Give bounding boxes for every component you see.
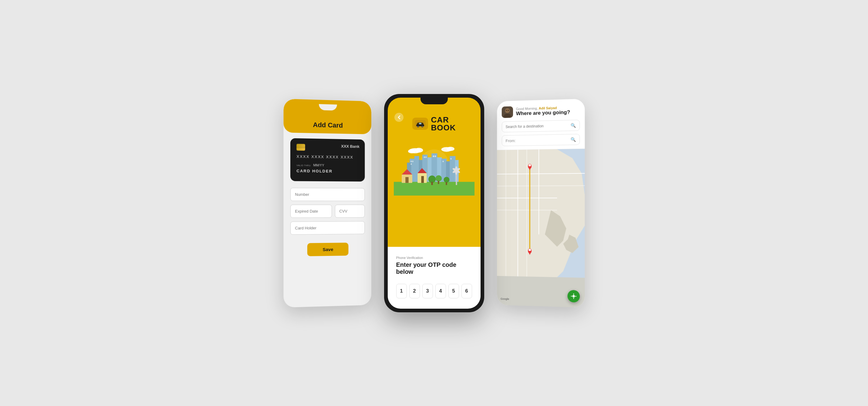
- svg-point-36: [428, 175, 435, 182]
- card-validity: VALID THRU MM/YY: [297, 162, 359, 168]
- svg-point-3: [417, 126, 418, 127]
- otp-digit-3[interactable]: 3: [422, 284, 433, 298]
- carbook-text: CAR BOOK: [431, 116, 456, 132]
- bank-name: XXX Bank: [341, 144, 359, 148]
- svg-rect-23: [424, 157, 425, 158]
- add-card-body: XXX Bank XXXX XXXX XXXX XXXX VALID THRU …: [283, 133, 371, 265]
- city-illustration: [394, 139, 474, 200]
- svg-rect-25: [433, 155, 434, 157]
- svg-point-50: [446, 147, 454, 151]
- svg-point-38: [435, 175, 442, 181]
- svg-rect-21: [412, 161, 413, 162]
- otp-digit-1[interactable]: 1: [396, 284, 407, 298]
- card-header: Add Card: [283, 99, 371, 134]
- valid-date: MM/YY: [313, 163, 324, 167]
- avatar: [501, 106, 513, 118]
- card-chip: [297, 144, 305, 151]
- card-holder-display: CARD HOLDER: [297, 168, 359, 173]
- number-input[interactable]: [290, 188, 364, 201]
- svg-rect-22: [410, 163, 411, 164]
- from-search-icon: 🔍: [570, 137, 576, 142]
- cvv-input[interactable]: [335, 204, 365, 217]
- destination-search-input[interactable]: [505, 123, 570, 129]
- otp-white-section: Phone Verification Enter your OTP code b…: [388, 247, 480, 309]
- map-logo: Google: [500, 297, 509, 301]
- svg-point-5: [422, 126, 423, 127]
- card-number-display: XXXX XXXX XXXX XXXX: [297, 154, 359, 160]
- phone-verify-label: Phone Verification: [396, 256, 472, 260]
- svg-rect-35: [421, 176, 424, 183]
- map-header: Good Morning, Adil Saiyad Where are you …: [497, 99, 585, 150]
- greeting-row: Good Morning, Adil Saiyad Where are you …: [501, 104, 580, 118]
- otp-notch: [421, 98, 448, 104]
- from-box[interactable]: From: 🔍: [501, 134, 580, 146]
- expired-date-input[interactable]: [290, 204, 332, 218]
- map-area: Google: [497, 148, 585, 307]
- carbook-icon: [412, 117, 428, 130]
- save-button[interactable]: Save: [307, 243, 348, 256]
- credit-card-visual: XXX Bank XXXX XXXX XXXX XXXX VALID THRU …: [290, 138, 364, 181]
- search-icon: 🔍: [570, 123, 576, 128]
- otp-yellow-section: CAR BOOK: [388, 98, 480, 247]
- valid-thru-label: VALID THRU: [297, 164, 311, 166]
- greeting-question: Where are you going?: [516, 109, 570, 117]
- svg-point-40: [443, 177, 449, 182]
- from-label: From:: [505, 137, 570, 143]
- svg-rect-41: [446, 182, 447, 185]
- svg-point-47: [414, 148, 423, 153]
- svg-rect-27: [442, 161, 443, 162]
- svg-point-45: [455, 166, 458, 175]
- card-holder-input[interactable]: [290, 221, 364, 235]
- greeting-content: Good Morning, Adil Saiyad Where are you …: [516, 105, 570, 117]
- phone-map: Good Morning, Adil Saiyad Where are you …: [497, 99, 585, 307]
- svg-rect-28: [450, 158, 451, 159]
- svg-rect-39: [438, 181, 439, 184]
- otp-inner: CAR BOOK: [388, 98, 480, 309]
- otp-digit-2[interactable]: 2: [409, 284, 420, 298]
- expired-cvv-row: [290, 204, 364, 218]
- otp-digit-6[interactable]: 6: [461, 284, 472, 298]
- svg-rect-20: [410, 161, 411, 162]
- destination-search-box[interactable]: 🔍: [501, 120, 580, 132]
- location-fab[interactable]: [567, 290, 580, 302]
- scene: Add Card XXX Bank XXXX XXXX XXXX XXXX VA…: [272, 76, 596, 331]
- svg-rect-26: [434, 155, 436, 157]
- add-card-title: Add Card: [313, 121, 343, 129]
- svg-rect-29: [394, 182, 474, 195]
- svg-point-71: [572, 295, 575, 297]
- svg-rect-32: [405, 177, 408, 183]
- otp-boxes: 1 2 3 4 5 6: [396, 284, 472, 298]
- otp-digit-5[interactable]: 5: [448, 284, 459, 298]
- carbook-logo: CAR BOOK: [412, 116, 456, 132]
- otp-heading: Enter your OTP code below: [396, 261, 472, 275]
- phone-otp: CAR BOOK: [384, 94, 484, 312]
- svg-rect-37: [431, 182, 433, 185]
- svg-point-48: [408, 149, 415, 153]
- svg-rect-24: [425, 157, 426, 158]
- otp-digit-4[interactable]: 4: [435, 284, 446, 298]
- back-button[interactable]: [394, 113, 404, 122]
- svg-rect-6: [419, 123, 422, 124]
- phone-add-card: Add Card XXX Bank XXXX XXXX XXXX XXXX VA…: [283, 99, 371, 307]
